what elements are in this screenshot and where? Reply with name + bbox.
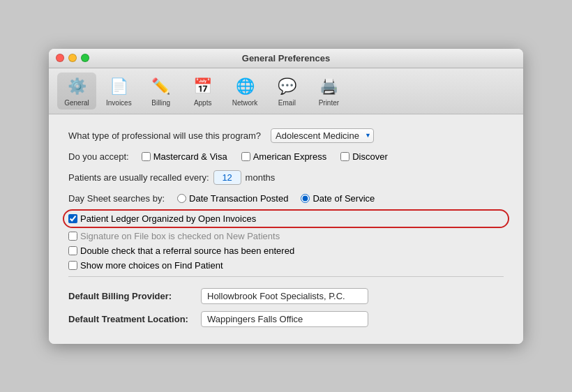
billing-provider-input[interactable] <box>201 288 368 304</box>
recall-suffix: months <box>246 172 276 183</box>
patient-ledger-label: Patient Ledger Organized by Open Invoice… <box>80 213 256 224</box>
discover-option[interactable]: Discover <box>340 151 388 162</box>
professional-select[interactable]: Adolescent Medicine <box>271 128 374 143</box>
preferences-window: General Preferences ⚙️ General 📄 Invoice… <box>49 49 523 344</box>
maximize-button[interactable] <box>81 54 89 62</box>
show-more-checkbox[interactable] <box>68 261 77 270</box>
patient-ledger-option[interactable]: Patient Ledger Organized by Open Invoice… <box>68 212 504 225</box>
accept-row: Do you accept: Mastercard & Visa America… <box>68 151 504 162</box>
toolbar-item-printer[interactable]: 🖨️ Printer <box>309 73 348 110</box>
content-area: What type of professional will use this … <box>49 114 523 344</box>
signature-checkbox[interactable] <box>68 232 77 241</box>
treatment-location-label: Default Treatment Location: <box>68 314 201 324</box>
signature-label: Signature on File box is checked on New … <box>80 231 280 241</box>
toolbar-item-network[interactable]: 🌐 Network <box>225 73 265 110</box>
highlight-section: Patient Ledger Organized by Open Invoice… <box>68 212 504 225</box>
toolbar-item-billing[interactable]: ✏️ Billing <box>142 73 181 110</box>
email-icon: 💬 <box>276 75 298 98</box>
date-service-option[interactable]: Date of Service <box>301 193 375 204</box>
date-service-label: Date of Service <box>313 193 375 204</box>
date-posted-radio[interactable] <box>177 194 186 203</box>
recall-input[interactable] <box>213 170 241 185</box>
accept-checkboxes: Mastercard & Visa American Express Disco… <box>142 151 388 162</box>
billing-icon: ✏️ <box>150 75 172 98</box>
daysheet-row: Day Sheet searches by: Date Transaction … <box>68 193 504 204</box>
amex-label: American Express <box>253 151 326 162</box>
professional-label: What type of professional will use this … <box>68 130 271 141</box>
date-posted-option[interactable]: Date Transaction Posted <box>177 193 288 204</box>
window-title: General Preferences <box>242 53 330 63</box>
invoices-icon: 📄 <box>107 75 130 98</box>
daysheet-label: Day Sheet searches by: <box>68 193 165 204</box>
discover-checkbox[interactable] <box>340 152 349 161</box>
appts-icon: 📅 <box>192 75 214 98</box>
mastercard-checkbox[interactable] <box>142 152 151 161</box>
professional-row: What type of professional will use this … <box>68 128 504 143</box>
toolbar-item-appts[interactable]: 📅 Appts <box>183 73 223 110</box>
network-icon: 🌐 <box>234 75 256 98</box>
toolbar-item-email[interactable]: 💬 Email <box>267 73 306 110</box>
recall-row: Patients are usually recalled every: mon… <box>68 170 504 185</box>
general-icon: ⚙️ <box>66 75 88 98</box>
toolbar-label-network: Network <box>232 99 258 107</box>
show-more-label: Show more choices on Find Patient <box>80 260 223 271</box>
toolbar-label-email: Email <box>278 99 296 107</box>
title-bar: General Preferences <box>49 49 523 68</box>
daysheet-radios: Date Transaction Posted Date of Service <box>177 193 375 204</box>
window-controls <box>56 54 89 62</box>
professional-select-wrapper: Adolescent Medicine <box>271 128 374 143</box>
double-check-checkbox[interactable] <box>68 246 77 255</box>
treatment-location-input[interactable] <box>201 311 368 327</box>
close-button[interactable] <box>56 54 64 62</box>
toolbar-label-billing: Billing <box>151 99 170 107</box>
toolbar-label-printer: Printer <box>319 99 339 107</box>
printer-icon: 🖨️ <box>317 75 340 98</box>
date-service-radio[interactable] <box>301 194 310 203</box>
bottom-form: Default Billing Provider: Default Treatm… <box>68 288 504 327</box>
recall-label: Patients are usually recalled every: <box>68 172 209 183</box>
double-check-option[interactable]: Double check that a referral source has … <box>68 246 504 256</box>
treatment-location-row: Default Treatment Location: <box>68 311 504 327</box>
accept-label: Do you accept: <box>68 151 129 162</box>
double-check-label: Double check that a referral source has … <box>80 246 294 256</box>
toolbar-item-general[interactable]: ⚙️ General <box>57 73 96 110</box>
show-more-option[interactable]: Show more choices on Find Patient <box>68 260 504 271</box>
toolbar-label-invoices: Invoices <box>106 99 132 107</box>
billing-provider-row: Default Billing Provider: <box>68 288 504 304</box>
discover-label: Discover <box>352 151 388 162</box>
other-options: Signature on File box is checked on New … <box>68 231 504 271</box>
mastercard-label: Mastercard & Visa <box>153 151 227 162</box>
toolbar: ⚙️ General 📄 Invoices ✏️ Billing 📅 Appts… <box>49 68 523 114</box>
billing-provider-label: Default Billing Provider: <box>68 291 201 301</box>
amex-option[interactable]: American Express <box>241 151 326 162</box>
signature-option[interactable]: Signature on File box is checked on New … <box>68 231 504 241</box>
date-posted-label: Date Transaction Posted <box>189 193 288 204</box>
divider <box>68 276 504 277</box>
patient-ledger-checkbox[interactable] <box>68 214 77 223</box>
minimize-button[interactable] <box>68 54 77 62</box>
toolbar-label-appts: Appts <box>194 99 212 107</box>
toolbar-label-general: General <box>64 99 89 107</box>
amex-checkbox[interactable] <box>241 152 250 161</box>
mastercard-option[interactable]: Mastercard & Visa <box>142 151 227 162</box>
toolbar-item-invoices[interactable]: 📄 Invoices <box>99 73 139 110</box>
